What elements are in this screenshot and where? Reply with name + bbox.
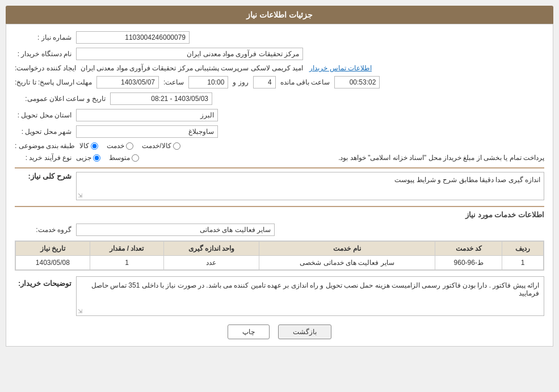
table-header-row: ردیف کد خدمت نام خدمت واحد اندازه گیری ت… (16, 242, 544, 256)
page-wrapper: جزئیات اطلاعات نیاز 1103004246000079 شما… (0, 0, 559, 352)
need-desc-label: شرح کلی نیاز: (15, 172, 72, 180)
service-section-title: اطلاعات خدمات مورد نیاز (15, 210, 544, 219)
col-header-code: کد خدمت (435, 242, 502, 256)
response-date-row: 00:53:02 ساعت باقی مانده 4 روز و 10:00 س… (15, 76, 544, 88)
cell-name: سایر فعالیت های خدماتی شخصی (259, 256, 435, 270)
page-title: جزئیات اطلاعات نیاز (246, 10, 313, 19)
back-button[interactable]: بازگشت (278, 324, 331, 339)
col-header-row: ردیف (502, 242, 544, 256)
resize-icon-2: ⇲ (78, 308, 82, 314)
category-kala[interactable]: کالا (79, 142, 98, 150)
process-jozi[interactable]: جزیی (76, 154, 100, 162)
category-khidmat-label: خدمت (107, 142, 124, 150)
col-header-quantity: تعداد / مقدار (90, 242, 164, 256)
category-kala-khidmat[interactable]: کالا/خدمت (142, 142, 180, 150)
time-value: 10:00 (188, 76, 228, 88)
need-number-label: شماره نیاز : (15, 33, 72, 41)
cell-unit: عدد (164, 256, 259, 270)
divider-1 (15, 167, 544, 168)
need-number-row: 1103004246000079 شماره نیاز : (15, 31, 544, 44)
contact-link[interactable]: اطلاعات تماس خریدار (309, 64, 372, 72)
process-radio-group: متوسط جزیی (76, 154, 139, 162)
category-radio-group: کالا/خدمت خدمت کالا (79, 142, 180, 150)
process-note: پرداخت تمام یا بخشی از مبلغ خریداز محل "… (144, 154, 544, 162)
main-container: 1103004246000079 شماره نیاز : مرکز تحقیق… (6, 24, 553, 347)
province-value: البرز (76, 109, 218, 121)
col-header-date: تاریخ نیاز (16, 242, 90, 256)
process-motavaset-label: متوسط (109, 154, 130, 162)
table-row: 1 ط-96-960 سایر فعالیت های خدماتی شخصی ع… (16, 256, 544, 270)
days-value: 4 (253, 76, 276, 88)
category-kala-khidmat-label: کالا/خدمت (142, 142, 171, 150)
cell-date: 1403/05/08 (16, 256, 90, 270)
buyer-org-label: نام دستگاه خریدار : (15, 50, 72, 58)
remaining-label: ساعت باقی مانده (280, 78, 330, 86)
creator-value: امید کریمی لاسکی سرپرست پشتیبانی مرکز تح… (81, 64, 303, 72)
process-row: پرداخت تمام یا بخشی از مبلغ خریداز محل "… (15, 154, 544, 162)
response-date-value: 1403/05/07 (96, 76, 159, 88)
creator-row: اطلاعات تماس خریدار امید کریمی لاسکی سرپ… (15, 64, 544, 72)
category-khidmat[interactable]: خدمت (107, 142, 133, 150)
province-label: استان محل تحویل : (15, 111, 72, 119)
response-date-label: مهلت ارسال پاسخ: تا تاریخ: (15, 78, 92, 86)
print-button[interactable]: چاپ (228, 324, 270, 339)
process-jozi-radio[interactable] (93, 154, 100, 162)
buyer-org-value: مرکز تحقیقات فرآوری مواد معدنی ایران (76, 48, 303, 60)
col-header-unit: واحد اندازه گیری (164, 242, 259, 256)
need-desc-box: اندازه گیری صدا دقیقا مطابق شرح و شرایط … (76, 172, 544, 200)
buyer-notes-value: ارائه پیش فاکتور . دارا بودن فاکتور رسمی… (91, 281, 539, 297)
need-desc-value: اندازه گیری صدا دقیقا مطابق شرح و شرایط … (394, 176, 540, 184)
category-khidmat-radio[interactable] (126, 142, 133, 150)
services-table: ردیف کد خدمت نام خدمت واحد اندازه گیری ت… (15, 241, 544, 270)
cell-row: 1 (502, 256, 544, 270)
public-announce-value: 1403/05/03 - 08:21 (110, 92, 212, 105)
city-label: شهر محل تحویل : (15, 128, 72, 136)
service-group-label: گروه خدمت: (15, 226, 72, 234)
bottom-buttons: بازگشت چاپ (15, 324, 544, 339)
province-row: البرز استان محل تحویل : (15, 109, 544, 121)
city-row: ساوجبلاغ شهر محل تحویل : (15, 125, 544, 138)
service-group-value: سایر فعالیت های خدماتی (76, 224, 275, 236)
col-header-name: نام خدمت (259, 242, 435, 256)
buyer-notes-box: ارائه پیش فاکتور . دارا بودن فاکتور رسمی… (76, 276, 544, 316)
days-label: روز و (233, 78, 248, 86)
buyer-notes-label: توضیحات خریدار: (15, 276, 72, 288)
resize-icon: ⇲ (78, 192, 82, 199)
category-label: طبقه بندی موضوعی : (15, 142, 75, 150)
process-label: نوع فرآیند خرید : (15, 154, 72, 162)
service-group-row: سایر فعالیت های خدماتی گروه خدمت: (15, 224, 544, 236)
buyer-org-row: مرکز تحقیقات فرآوری مواد معدنی ایران نام… (15, 48, 544, 60)
need-desc-row: اندازه گیری صدا دقیقا مطابق شرح و شرایط … (15, 172, 544, 200)
creator-label: ایجاد کننده درخواست: (15, 64, 76, 72)
services-table-wrapper: ردیف کد خدمت نام خدمت واحد اندازه گیری ت… (15, 241, 544, 271)
cell-code: ط-96-960 (435, 256, 502, 270)
city-value: ساوجبلاغ (76, 125, 218, 138)
divider-2 (15, 206, 544, 207)
category-row: کالا/خدمت خدمت کالا طبقه بندی موضوعی : (15, 142, 544, 150)
process-motavaset-radio[interactable] (132, 154, 139, 162)
process-motavaset[interactable]: متوسط (109, 154, 139, 162)
remaining-value: 00:53:02 (334, 76, 380, 88)
public-announce-label: تاریخ و ساعت اعلان عمومی: (15, 95, 106, 103)
public-announce-row: 1403/05/03 - 08:21 تاریخ و ساعت اعلان عم… (15, 92, 544, 105)
category-kala-khidmat-radio[interactable] (173, 142, 180, 150)
category-kala-label: کالا (79, 142, 89, 150)
need-number-value: 1103004246000079 (76, 31, 190, 44)
process-jozi-label: جزیی (76, 154, 91, 162)
category-kala-radio[interactable] (91, 142, 98, 150)
page-header: جزئیات اطلاعات نیاز (6, 6, 553, 24)
cell-quantity: 1 (90, 256, 164, 270)
buyer-notes-row: ارائه پیش فاکتور . دارا بودن فاکتور رسمی… (15, 276, 544, 316)
time-label: ساعت: (163, 78, 184, 86)
